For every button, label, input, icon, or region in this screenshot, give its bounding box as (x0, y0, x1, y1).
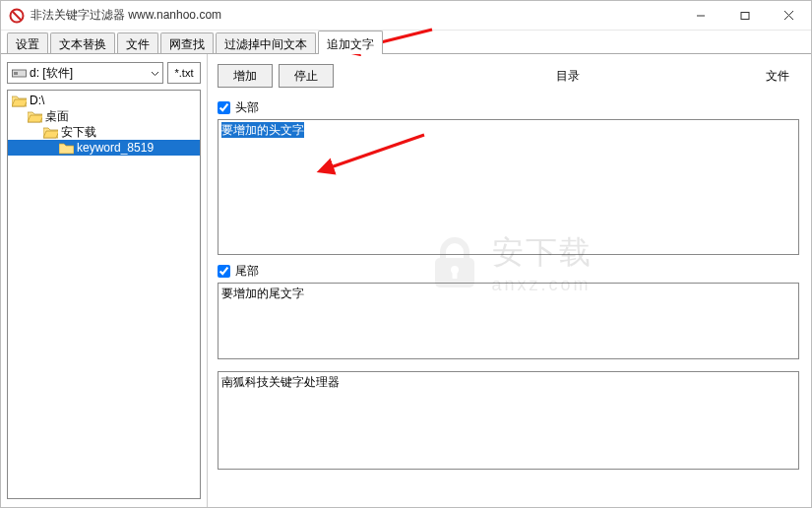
tail-checkbox[interactable] (218, 265, 230, 278)
drive-selected-label: d: [软件] (30, 65, 73, 82)
drive-row: d: [软件] *.txt (7, 62, 201, 84)
tail-section: 尾部 要增加的尾文字 (218, 263, 799, 359)
head-checkbox-row[interactable]: 头部 (218, 99, 799, 116)
folder-tree[interactable]: D:\ 桌面 安下载 keyword_8519 (7, 90, 201, 499)
tail-checkbox-label: 尾部 (235, 263, 259, 280)
drive-select[interactable]: d: [软件] (7, 62, 163, 84)
tab-web-search[interactable]: 网查找 (160, 32, 214, 53)
svg-rect-3 (741, 12, 749, 19)
maximize-button[interactable] (722, 1, 767, 30)
tree-label: 桌面 (45, 108, 69, 125)
head-text-selected: 要增加的头文字 (221, 122, 304, 138)
tree-label: 安下载 (61, 124, 96, 141)
file-column-label: 文件 (766, 68, 789, 85)
app-icon (9, 8, 25, 24)
tab-bar: 设置 文本替换 文件 网查找 过滤掉中间文本 追加文字 (1, 31, 811, 54)
minimize-button[interactable] (678, 1, 722, 30)
tab-filter-middle[interactable]: 过滤掉中间文本 (216, 32, 316, 53)
column-headers: 目录 文件 (340, 68, 799, 85)
close-button[interactable] (767, 1, 811, 30)
window-controls (678, 1, 811, 30)
folder-open-icon (28, 110, 42, 123)
ext-filter-box[interactable]: *.txt (167, 62, 201, 84)
title-bar: 非法关键字过滤器 www.nanhoo.com (1, 1, 811, 31)
head-checkbox[interactable] (218, 101, 230, 114)
tree-node-download[interactable]: 安下载 (8, 124, 200, 140)
tail-textarea[interactable]: 要增加的尾文字 (218, 283, 799, 359)
svg-line-1 (13, 11, 21, 19)
bottom-text: 南狐科技关键字处理器 (221, 375, 340, 389)
toolbar: 增加 停止 目录 文件 (218, 62, 799, 90)
head-section: 头部 要增加的头文字 (218, 99, 799, 255)
tree-node-root[interactable]: D:\ (8, 93, 200, 108)
tab-text-replace[interactable]: 文本替换 (50, 32, 115, 53)
tree-label: keyword_8519 (77, 141, 154, 155)
disk-icon (12, 68, 27, 79)
tree-node-desktop[interactable]: 桌面 (8, 108, 200, 124)
stop-button[interactable]: 停止 (279, 64, 334, 88)
add-button[interactable]: 增加 (218, 64, 273, 88)
head-checkbox-label: 头部 (235, 99, 259, 116)
content-area: d: [软件] *.txt D:\ 桌面 (1, 54, 811, 507)
tail-text: 要增加的尾文字 (221, 286, 304, 300)
tab-append-text[interactable]: 追加文字 (318, 31, 383, 53)
bottom-section: 南狐科技关键字处理器 (218, 371, 799, 470)
folder-open-icon (12, 95, 27, 107)
chevron-down-icon (151, 66, 159, 80)
tab-file[interactable]: 文件 (117, 32, 158, 53)
folder-open-icon (43, 126, 58, 139)
tail-checkbox-row[interactable]: 尾部 (218, 263, 799, 280)
window-title: 非法关键字过滤器 www.nanhoo.com (31, 7, 678, 24)
folder-closed-icon (59, 142, 74, 155)
left-panel: d: [软件] *.txt D:\ 桌面 (1, 54, 208, 507)
tab-settings[interactable]: 设置 (7, 32, 48, 53)
tree-label: D:\ (30, 94, 44, 107)
tree-node-keyword[interactable]: keyword_8519 (8, 140, 200, 156)
head-textarea[interactable]: 要增加的头文字 (218, 119, 799, 255)
bottom-textarea[interactable]: 南狐科技关键字处理器 (218, 371, 799, 470)
dir-column-label: 目录 (556, 68, 580, 85)
svg-rect-7 (14, 72, 18, 75)
right-panel: 增加 停止 目录 文件 头部 要增加的头文字 尾部 要增加的尾文字 (208, 54, 811, 507)
